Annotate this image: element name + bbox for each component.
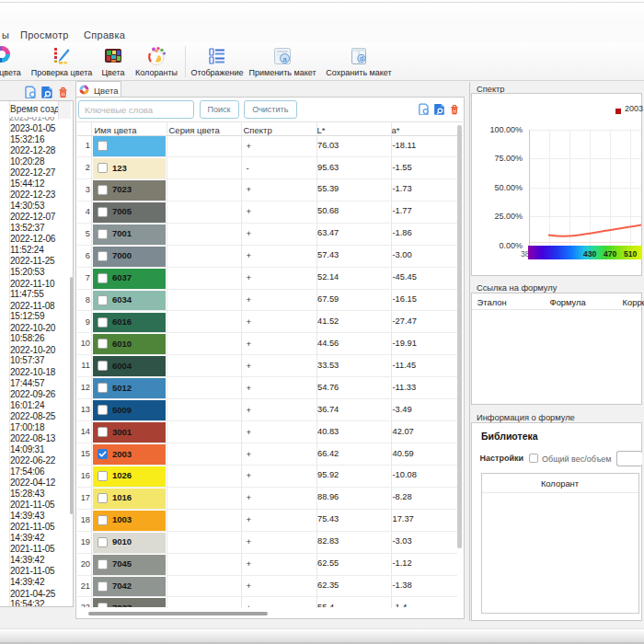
svg-text:a: a xyxy=(282,55,287,63)
svg-text:d: d xyxy=(360,54,363,63)
